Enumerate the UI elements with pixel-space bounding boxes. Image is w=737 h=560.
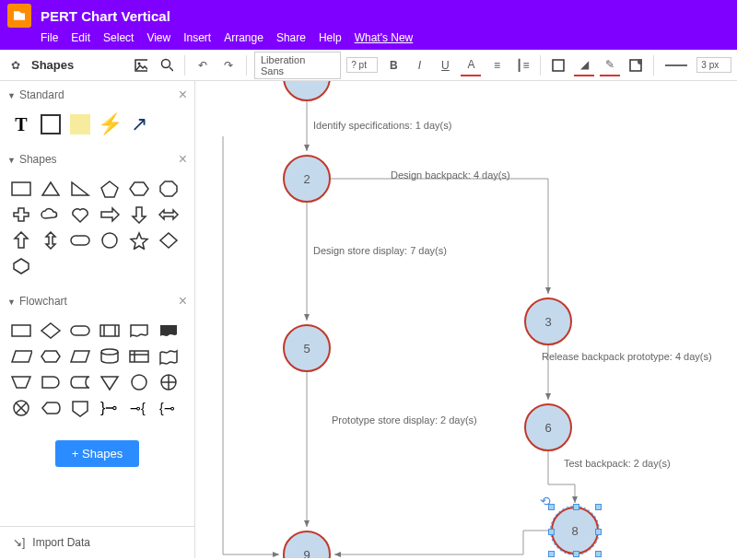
edge-label[interactable]: Design backpack: 4 day(s) [391, 169, 510, 181]
shape-cloud[interactable] [39, 204, 63, 225]
shape-rect[interactable] [9, 179, 33, 199]
shape-box[interactable] [39, 114, 63, 134]
fc-decision[interactable] [39, 321, 63, 341]
pert-node-2[interactable]: 2 [283, 155, 331, 203]
fc-para[interactable] [68, 346, 92, 367]
shape-stadium[interactable] [68, 230, 92, 251]
pert-node-8-selected[interactable]: 8 ⟲ [551, 507, 599, 554]
shape-arrowud[interactable] [39, 230, 63, 251]
fc-merge[interactable] [98, 372, 122, 392]
fc-data[interactable] [9, 346, 33, 367]
shape-circle[interactable] [98, 230, 122, 251]
shape-arrowu[interactable] [9, 230, 33, 251]
bold-icon[interactable]: B [383, 54, 404, 76]
rotate-handle-icon[interactable]: ⟲ [540, 494, 551, 508]
italic-icon[interactable]: I [409, 54, 429, 76]
resize-handle[interactable] [548, 529, 555, 535]
menu-arrange[interactable]: Arrange [224, 31, 263, 44]
fc-sum[interactable] [9, 398, 33, 418]
pert-node-5[interactable]: 5 [283, 324, 331, 372]
shape-arrowr[interactable] [98, 204, 122, 225]
fc-offpage[interactable] [68, 398, 92, 418]
shape-hexagon[interactable] [127, 179, 151, 199]
fc-punched[interactable] [157, 346, 181, 367]
close-icon[interactable]: × [179, 87, 187, 103]
fc-prep[interactable] [39, 346, 63, 367]
underline-icon[interactable]: U [435, 54, 455, 76]
menu-insert[interactable]: Insert [183, 31, 211, 44]
redo-icon[interactable]: ↷ [218, 54, 239, 76]
shape-cross[interactable] [9, 204, 33, 225]
resize-handle[interactable] [595, 504, 602, 510]
shape-text[interactable]: T [9, 114, 33, 134]
menu-help[interactable]: Help [319, 31, 342, 44]
edge-label[interactable]: Prototype store display: 2 day(s) [332, 414, 477, 426]
fc-manop[interactable] [9, 372, 33, 392]
resize-handle[interactable] [595, 551, 602, 557]
edge-label[interactable]: Test backpack: 2 day(s) [564, 458, 671, 469]
menu-select[interactable]: Select [103, 31, 134, 44]
fc-brace3[interactable]: {⊸ [157, 398, 181, 418]
fc-docs[interactable] [157, 321, 181, 341]
image-icon[interactable] [131, 54, 151, 76]
resize-handle[interactable] [573, 551, 579, 557]
pert-node[interactable] [283, 81, 331, 101]
fc-process[interactable] [9, 321, 33, 341]
resize-handle[interactable] [548, 551, 555, 557]
shape-pentagon[interactable] [98, 179, 122, 199]
undo-icon[interactable]: ↶ [193, 54, 213, 76]
fc-intstore[interactable] [127, 346, 151, 367]
fc-brace1[interactable]: }⊸ [98, 398, 122, 418]
close-icon[interactable]: × [179, 293, 187, 309]
shape-bolt[interactable]: ⚡ [98, 114, 122, 134]
menu-view[interactable]: View [146, 31, 170, 44]
shapes-toggle[interactable]: Shapes [31, 58, 74, 72]
font-family-select[interactable]: Liberation Sans [254, 52, 341, 79]
text-color-icon[interactable]: A [461, 54, 481, 76]
resize-handle[interactable] [595, 529, 602, 535]
border-icon[interactable] [548, 54, 568, 76]
line-color-icon[interactable]: ✎ [600, 54, 620, 76]
settings-icon[interactable]: ✿ [6, 54, 26, 76]
shape-options-icon[interactable] [626, 54, 646, 76]
fc-or[interactable] [157, 372, 181, 392]
line-width-select[interactable]: 3 px [696, 57, 731, 73]
shape-octagon[interactable] [157, 179, 181, 199]
panel-standard-header[interactable]: ▼Standard × [0, 81, 194, 109]
align-icon[interactable]: ≡ [486, 54, 507, 76]
search-icon[interactable] [157, 54, 177, 76]
fc-delay[interactable] [39, 372, 63, 392]
fc-stored[interactable] [68, 372, 92, 392]
shape-note[interactable] [68, 114, 92, 134]
shape-triangle[interactable] [39, 179, 63, 199]
shape-arrowd[interactable] [127, 204, 151, 225]
close-icon[interactable]: × [179, 151, 187, 168]
panel-shapes-header[interactable]: ▼Shapes × [0, 146, 194, 173]
fc-predef[interactable] [98, 321, 122, 341]
menu-whats-new[interactable]: What's New [355, 31, 414, 44]
menu-file[interactable]: File [41, 31, 58, 44]
menu-edit[interactable]: Edit [71, 31, 90, 44]
shape-arrow[interactable]: ↗ [127, 114, 151, 134]
import-data-button[interactable]: ↘] Import Data [0, 526, 194, 558]
fc-doc[interactable] [127, 321, 151, 341]
fc-brace2[interactable]: ⊸{ [127, 398, 151, 418]
panel-flowchart-header[interactable]: ▼Flowchart × [0, 287, 194, 315]
line-spacing-icon[interactable]: ┃≡ [512, 54, 532, 76]
fc-terminator[interactable] [68, 321, 92, 341]
pert-node-3[interactable]: 3 [524, 298, 572, 345]
pert-node-9[interactable]: 9 [283, 531, 331, 558]
font-size-select[interactable]: ? pt [346, 57, 378, 73]
more-shapes-button[interactable]: + Shapes [55, 440, 139, 467]
shape-rtriangle[interactable] [68, 179, 92, 199]
fc-connector[interactable] [127, 372, 151, 392]
diagram-canvas[interactable]: 2 5 9 3 6 8 ⟲ Identify specifications: 1… [195, 81, 737, 558]
fc-db[interactable] [98, 346, 122, 367]
edge-label[interactable]: Release backpack prototype: 4 day(s) [542, 351, 712, 362]
edge-label[interactable]: Identify specifications: 1 day(s) [313, 120, 451, 131]
shape-poly[interactable] [9, 256, 33, 276]
shape-heart[interactable] [68, 204, 92, 225]
line-style-icon[interactable] [661, 54, 691, 76]
resize-handle[interactable] [573, 504, 579, 510]
fc-display[interactable] [39, 398, 63, 418]
